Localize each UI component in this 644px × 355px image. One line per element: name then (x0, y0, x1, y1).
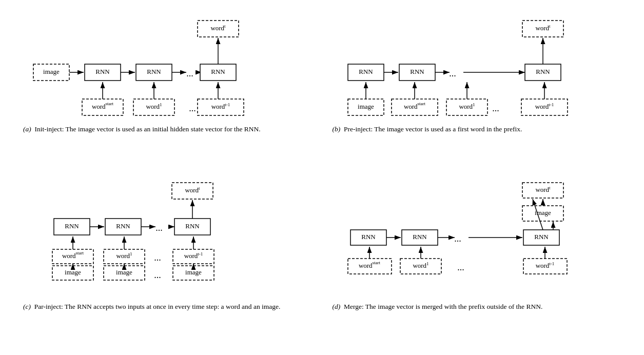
caption-a-label: (a) (23, 125, 31, 133)
svg-text:RNN: RNN (361, 233, 376, 241)
diagram-c: wordt RNN RNN ... RNN (15, 172, 320, 345)
svg-text:wordt: wordt (210, 24, 226, 32)
svg-text:RNN: RNN (410, 68, 424, 75)
svg-text:image: image (116, 268, 132, 276)
diagram-b: wordt RNN RNN ... RNN (325, 10, 629, 167)
diagram-a: wordt image RNN RNN ... (15, 10, 320, 167)
caption-c-text: Par-inject: The RNN accepts two inputs a… (34, 303, 281, 310)
svg-text:RNN: RNN (147, 68, 161, 75)
svg-text:word1: word1 (146, 102, 162, 110)
svg-text:image: image (358, 103, 374, 110)
diagram-c-area: wordt RNN RNN ... RNN (23, 177, 312, 298)
diagram-d-svg: wordt image RNN RNN (333, 177, 599, 295)
diagram-d-area: wordt image RNN RNN (333, 177, 621, 298)
svg-text:RNN: RNN (413, 233, 427, 241)
diagram-b-svg: wordt RNN RNN ... RNN (333, 15, 599, 118)
svg-text:RNN: RNN (534, 233, 549, 241)
svg-text:RNN: RNN (359, 68, 373, 75)
svg-text:...: ... (154, 270, 161, 280)
caption-d-label: (d) (333, 303, 341, 310)
caption-d-text: Merge: The image vector is merged with t… (344, 303, 542, 310)
svg-text:image: image (185, 268, 202, 276)
caption-a-text: Init-inject: The image vector is used as… (35, 125, 261, 133)
svg-text:RNN: RNN (185, 222, 200, 230)
svg-text:wordt: wordt (185, 186, 200, 194)
caption-d: (d) Merge: The image vector is merged wi… (333, 302, 543, 312)
svg-text:wordt: wordt (535, 185, 551, 193)
diagram-a-svg: wordt image RNN RNN ... (23, 15, 290, 118)
diagram-a-area: wordt image RNN RNN ... (23, 15, 312, 120)
diagram-b-area: wordt RNN RNN ... RNN (333, 15, 621, 120)
svg-text:RNN: RNN (536, 68, 550, 75)
caption-c-label: (c) (23, 303, 31, 310)
svg-text:...: ... (449, 68, 456, 78)
svg-text:RNN: RNN (95, 68, 110, 75)
svg-text:word1: word1 (413, 261, 428, 269)
svg-text:image: image (65, 268, 81, 276)
svg-text:image: image (43, 68, 60, 75)
caption-c: (c) Par-inject: The RNN accepts two inpu… (23, 302, 280, 312)
svg-text:RNN: RNN (211, 68, 225, 75)
svg-text:wordt: wordt (535, 24, 551, 32)
caption-b-text: Pre-inject: The image vector is used as … (344, 125, 522, 133)
page: wordt image RNN RNN ... (0, 0, 644, 355)
caption-a: (a) Init-inject: The image vector is use… (23, 124, 261, 134)
diagram-c-svg: wordt RNN RNN ... RNN (23, 177, 290, 295)
svg-text:...: ... (492, 103, 499, 113)
caption-b: (b) Pre-inject: The image vector is used… (333, 124, 522, 134)
svg-text:...: ... (454, 233, 461, 244)
svg-text:word1: word1 (459, 102, 475, 110)
svg-text:...: ... (186, 68, 193, 78)
svg-text:...: ... (189, 103, 196, 113)
svg-text:word1: word1 (116, 251, 132, 260)
svg-text:...: ... (155, 223, 163, 233)
svg-text:...: ... (154, 252, 161, 263)
svg-text:RNN: RNN (65, 222, 79, 230)
svg-text:RNN: RNN (116, 222, 130, 230)
caption-b-label: (b) (333, 125, 341, 133)
svg-text:...: ... (457, 262, 464, 272)
diagram-d: wordt image RNN RNN (325, 172, 629, 345)
